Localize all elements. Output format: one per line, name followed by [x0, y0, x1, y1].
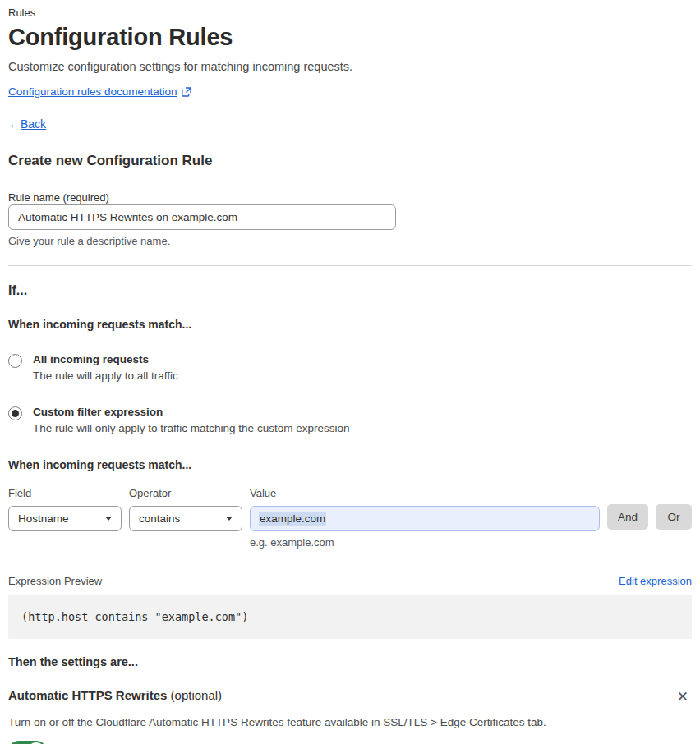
external-link-icon	[182, 87, 191, 97]
if-heading: If...	[8, 283, 692, 298]
operator-select[interactable]: contains	[129, 506, 242, 531]
field-select[interactable]: Hostname	[8, 506, 122, 531]
expression-preview-row: Expression Preview Edit expression	[8, 575, 692, 587]
setting-header: Automatic HTTPS Rewrites (optional) ✕	[8, 688, 692, 705]
documentation-link[interactable]: Configuration rules documentation	[8, 85, 177, 98]
create-rule-heading: Create new Configuration Rule	[8, 153, 692, 169]
doc-link-row: Configuration rules documentation	[8, 85, 692, 98]
breadcrumb: Rules	[8, 7, 692, 19]
chevron-down-icon	[226, 517, 233, 521]
expression-preview-label: Expression Preview	[8, 575, 102, 587]
field-select-value: Hostname	[18, 512, 69, 525]
close-icon[interactable]: ✕	[674, 688, 692, 705]
radio-option-label: All incoming requests	[33, 353, 178, 365]
radio-option-description: The rule will apply to all traffic	[33, 370, 178, 382]
section-divider	[8, 265, 692, 266]
value-label: Value	[250, 487, 600, 499]
page-subtitle: Customize configuration settings for mat…	[8, 60, 692, 73]
operator-select-value: contains	[139, 512, 180, 525]
radio-option-label: Custom filter expression	[33, 406, 349, 418]
match-heading: When incoming requests match...	[8, 318, 692, 331]
chevron-down-icon	[105, 517, 112, 521]
radio-option-description: The rule will only apply to traffic matc…	[33, 422, 349, 434]
back-arrow-icon: ←	[8, 117, 21, 131]
setting-optional-suffix: (optional)	[171, 688, 223, 702]
setting-description: Turn on or off the Cloudflare Automatic …	[8, 716, 692, 728]
page-title: Configuration Rules	[8, 24, 692, 51]
setting-name: Automatic HTTPS Rewrites	[8, 688, 167, 702]
back-row: ←Back	[8, 117, 692, 131]
radio-option-all-requests[interactable]: All incoming requests The rule will appl…	[8, 353, 692, 382]
radio-icon[interactable]	[8, 406, 22, 420]
rule-name-input[interactable]	[8, 204, 396, 230]
back-link[interactable]: Back	[21, 117, 46, 131]
then-heading: Then the settings are...	[8, 655, 692, 668]
value-input[interactable]: example.com	[250, 506, 600, 531]
operator-label: Operator	[129, 487, 242, 499]
edit-expression-link[interactable]: Edit expression	[619, 575, 692, 587]
value-helper: e.g. example.com	[250, 536, 600, 549]
radio-option-custom-expression[interactable]: Custom filter expression The rule will o…	[8, 406, 692, 434]
builder-heading: When incoming requests match...	[8, 458, 692, 471]
rule-name-helper: Give your rule a descriptive name.	[8, 235, 692, 247]
value-input-text: example.com	[259, 512, 326, 526]
rule-name-label: Rule name (required)	[8, 191, 109, 204]
expression-preview-code: (http.host contains "example.com")	[8, 595, 692, 639]
radio-icon[interactable]	[8, 354, 22, 368]
field-label: Field	[8, 487, 122, 499]
setting-title: Automatic HTTPS Rewrites (optional)	[8, 688, 222, 702]
expression-builder-row: Field Hostname Operator contains Value e…	[8, 487, 692, 549]
or-button[interactable]: Or	[656, 504, 692, 530]
automatic-https-rewrites-toggle[interactable]: ✓	[8, 741, 47, 744]
and-button[interactable]: And	[607, 504, 648, 530]
